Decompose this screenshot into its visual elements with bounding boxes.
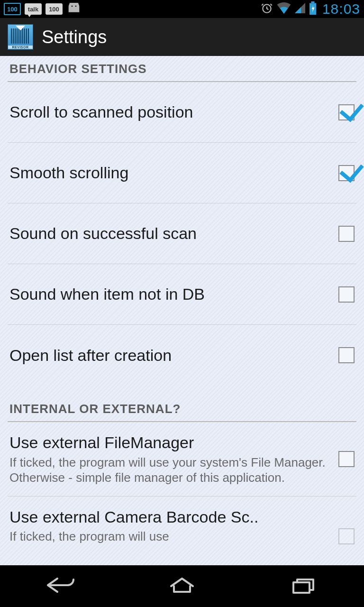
- notification-android-icon: [66, 3, 82, 15]
- page-title: Settings: [42, 27, 107, 47]
- setting-title: Scroll to scanned position: [9, 102, 333, 122]
- checkbox-sound-success[interactable]: [338, 226, 355, 242]
- nav-home-button[interactable]: [165, 575, 199, 598]
- status-bar: 100 talk 100 18:03: [0, 0, 364, 18]
- cell-signal-icon: [295, 3, 305, 15]
- app-icon-label: REVISOR: [8, 46, 33, 49]
- svg-rect-4: [311, 1, 314, 3]
- setting-scroll-to-scanned[interactable]: Scroll to scanned position: [8, 82, 356, 143]
- nav-recent-button[interactable]: [287, 575, 320, 598]
- svg-rect-5: [293, 582, 309, 593]
- setting-sound-not-in-db[interactable]: Sound when item not in DB: [8, 264, 356, 325]
- notification-100-icon: 100: [4, 3, 21, 15]
- notification-100b-icon: 100: [46, 3, 63, 15]
- checkbox-open-list-after-creation[interactable]: [338, 347, 355, 363]
- checkbox-external-filemanager[interactable]: [338, 451, 355, 467]
- setting-open-list-after-creation[interactable]: Open list after creation: [8, 325, 356, 386]
- checkbox-sound-not-in-db[interactable]: [338, 286, 355, 303]
- setting-external-camera-scanner[interactable]: Use external Camera Barcode Sc.. If tick…: [8, 497, 356, 555]
- navigation-bar: [0, 565, 364, 607]
- checkbox-smooth-scrolling[interactable]: [338, 165, 355, 181]
- action-bar: REVISOR Settings: [0, 18, 364, 56]
- checkbox-external-camera-scanner[interactable]: [338, 528, 355, 544]
- setting-subtitle: If ticked, the program will use: [9, 529, 333, 544]
- status-right: 18:03: [261, 1, 360, 17]
- checkbox-scroll-to-scanned[interactable]: [338, 104, 355, 120]
- setting-title: Open list after creation: [9, 345, 333, 366]
- setting-title: Use external FileManager: [9, 432, 333, 453]
- svg-point-0: [72, 6, 73, 7]
- app-icon[interactable]: REVISOR: [8, 24, 33, 50]
- status-left: 100 talk 100: [4, 3, 82, 15]
- notification-talk-icon: talk: [25, 3, 42, 15]
- alarm-icon: [261, 2, 273, 16]
- wifi-icon: [277, 2, 291, 16]
- setting-title: Sound when item not in DB: [9, 284, 333, 304]
- section-header-behavior: BEHAVIOR SETTINGS: [8, 56, 356, 82]
- nav-back-button[interactable]: [44, 575, 77, 598]
- section-header-external: INTERNAL OR EXTERNAL?: [8, 396, 356, 422]
- setting-title: Sound on successful scan: [9, 223, 333, 244]
- setting-sound-success[interactable]: Sound on successful scan: [8, 203, 356, 264]
- svg-point-1: [75, 6, 77, 7]
- setting-title: Use external Camera Barcode Sc..: [9, 507, 333, 527]
- status-clock: 18:03: [320, 1, 360, 17]
- battery-charging-icon: [309, 1, 317, 17]
- settings-list[interactable]: BEHAVIOR SETTINGS Scroll to scanned posi…: [0, 56, 364, 565]
- setting-external-filemanager[interactable]: Use external FileManager If ticked, the …: [8, 422, 356, 497]
- setting-subtitle: If ticked, the program will use your sys…: [9, 455, 333, 486]
- setting-title: Smooth scrolling: [9, 163, 333, 183]
- setting-smooth-scrolling[interactable]: Smooth scrolling: [8, 143, 356, 203]
